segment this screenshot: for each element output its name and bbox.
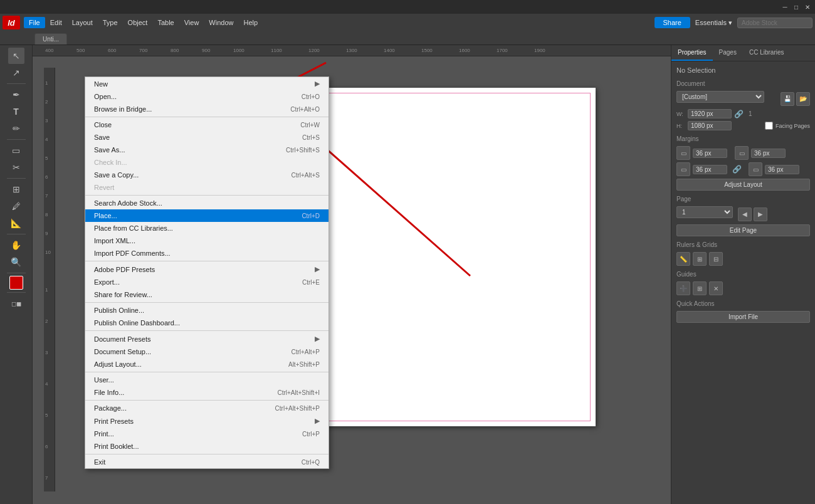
menu-item-save-as-[interactable]: Save As...Ctrl+Shift+S [85,144,329,156]
height-row: H: Facing Pages [676,121,810,130]
menu-object[interactable]: Object [123,17,153,28]
margin-bottom-input[interactable] [693,165,727,174]
menu-table[interactable]: Table [152,17,179,28]
margin-left-input[interactable] [765,165,799,174]
menu-file[interactable]: File [24,17,45,28]
menu-edit[interactable]: Edit [45,17,67,28]
free-transform-tool[interactable]: ⊞ [8,181,24,197]
menu-item-document-setup-[interactable]: Document Setup...Ctrl+Alt+P [85,345,329,358]
margins-section-title: Margins [676,135,810,142]
pen-tool[interactable]: ✒ [8,87,24,103]
menu-item-label: Exit [94,458,105,466]
menu-item-search-adobe-stock-[interactable]: Search Adobe Stock... [85,197,329,209]
hand-tool[interactable]: ✋ [8,237,24,253]
essentials-button[interactable]: Essentials ▾ [695,19,732,27]
document-preset-row: [Custom] 💾 📂 [676,91,810,107]
zoom-tool[interactable]: 🔍 [8,254,24,270]
menu-item-publish-online-dashboard-[interactable]: Publish Online Dashboard... [85,317,329,329]
minimize-button[interactable]: ─ [780,2,790,12]
doc-tab[interactable]: Unti... [34,33,67,45]
height-input[interactable] [688,121,732,130]
margin-top-icon: ▭ [676,146,690,160]
menu-item-print-booklet-[interactable]: Print Booklet... [85,440,329,453]
menu-separator [85,400,329,401]
menu-help[interactable]: Help [238,17,263,28]
close-button[interactable]: ✕ [802,2,812,12]
tab-properties[interactable]: Properties [671,45,713,61]
menu-item-save[interactable]: SaveCtrl+S [85,131,329,144]
menu-item-shortcut: Ctrl+Alt+Shift+I [277,389,320,396]
measure-tool[interactable]: 📐 [8,215,24,231]
menu-item-file-info-[interactable]: File Info...Ctrl+Alt+Shift+I [85,386,329,399]
page-nav-icon-1[interactable]: ◀ [738,207,752,221]
menu-separator [85,261,329,261]
menu-item-adjust-layout-[interactable]: Adjust Layout...Alt+Shift+P [85,358,329,370]
menu-item-user-[interactable]: User... [85,374,329,386]
menu-layout[interactable]: Layout [67,17,98,28]
menu-item-share-for-review-[interactable]: Share for Review... [85,288,329,301]
menu-item-close[interactable]: CloseCtrl+W [85,118,329,131]
file-menu-dropdown[interactable]: New▶Open...Ctrl+OBrowse in Bridge...Ctrl… [85,76,329,469]
menu-item-label: Place from CC Libraries... [94,224,173,232]
eyedropper-tool[interactable]: 🖉 [8,198,24,214]
menu-item-import-pdf-comments-[interactable]: Import PDF Comments... [85,247,329,260]
page-nav-icon-2[interactable]: ▶ [754,207,767,221]
margin-right-input[interactable] [751,149,786,158]
menu-item-save-a-copy-[interactable]: Save a Copy...Ctrl+Alt+S [85,169,329,181]
grid-icon-1[interactable]: ⊞ [693,252,707,266]
menu-item-label: Print Booklet... [94,443,139,450]
page-select[interactable]: 1 [676,206,733,218]
menu-item-place-[interactable]: Place...Ctrl+D [85,209,329,222]
guide-icon-2[interactable]: ⊞ [693,281,707,295]
guide-icon-1[interactable]: ➕ [676,281,690,295]
adjust-layout-button[interactable]: Adjust Layout [676,179,810,191]
tab-bar: Unti... [0,31,815,45]
fill-color[interactable] [9,276,23,290]
document-section-title: Document [676,80,810,87]
document-preset-select[interactable]: [Custom] [676,91,764,103]
share-button[interactable]: Share [655,17,690,28]
menu-item-label: Document Setup... [94,348,151,355]
menu-item-package-[interactable]: Package...Ctrl+Alt+Shift+P [85,402,329,414]
menu-item-label: Open... [94,93,117,100]
menu-item-new[interactable]: New▶ [85,77,329,90]
search-input[interactable] [737,18,812,28]
tool-divider-5 [7,273,26,273]
menu-item-label: Print... [94,430,114,438]
select-tool[interactable]: ↖ [8,48,24,64]
save-preset-icon[interactable]: 💾 [781,92,794,106]
menu-item-adobe-pdf-presets[interactable]: Adobe PDF Presets▶ [85,263,329,276]
pencil-tool[interactable]: ✏ [8,120,24,137]
direct-select-tool[interactable]: ↗ [8,65,24,81]
menu-item-exit[interactable]: ExitCtrl+Q [85,456,329,468]
facing-pages-checkbox[interactable] [765,122,773,130]
maximize-button[interactable]: □ [791,2,801,12]
menu-item-place-from-cc-libraries-[interactable]: Place from CC Libraries... [85,222,329,234]
mode-icon[interactable]: ◻◼ [8,295,24,312]
menu-item-print-[interactable]: Print...Ctrl+P [85,428,329,440]
grid-icon-2[interactable]: ⊟ [709,252,723,266]
width-input[interactable] [688,109,732,118]
ruler-icon[interactable]: 📏 [676,252,690,266]
menu-item-publish-online-[interactable]: Publish Online... [85,304,329,317]
type-tool[interactable]: T [8,103,24,120]
menu-view[interactable]: View [179,17,204,28]
margin-top-input[interactable] [693,149,727,158]
menu-item-print-presets[interactable]: Print Presets▶ [85,414,329,428]
edit-page-button[interactable]: Edit Page [676,224,810,236]
menu-item-browse-in-bridge-[interactable]: Browse in Bridge...Ctrl+Alt+O [85,103,329,115]
menu-item-export-[interactable]: Export...Ctrl+E [85,276,329,288]
menu-item-shortcut: Ctrl+W [300,122,320,129]
tab-pages[interactable]: Pages [713,45,743,61]
load-preset-icon[interactable]: 📂 [796,92,810,106]
guide-icon-3[interactable]: ✕ [709,281,723,295]
tab-cc-libraries[interactable]: CC Libraries [743,45,791,61]
menu-type[interactable]: Type [98,17,123,28]
rectangle-tool[interactable]: ▭ [8,142,24,159]
menu-item-import-xml-[interactable]: Import XML... [85,234,329,247]
menu-item-open-[interactable]: Open...Ctrl+O [85,90,329,103]
menu-item-document-presets[interactable]: Document Presets▶ [85,332,329,345]
import-file-button[interactable]: Import File [676,311,810,323]
scissors-tool[interactable]: ✂ [8,159,24,176]
menu-window[interactable]: Window [204,17,238,28]
